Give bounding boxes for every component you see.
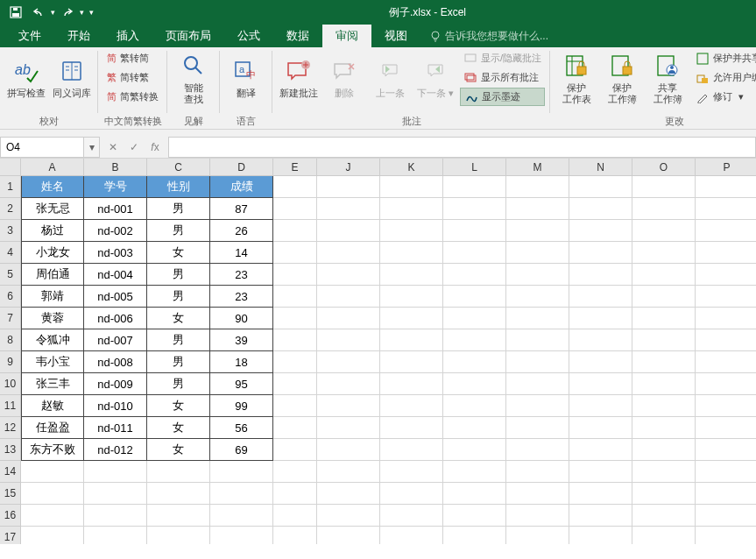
cell[interactable] bbox=[569, 395, 632, 417]
cell[interactable] bbox=[380, 198, 443, 220]
cell[interactable]: nd-003 bbox=[84, 242, 147, 264]
cell[interactable] bbox=[443, 220, 506, 242]
cell[interactable] bbox=[147, 461, 210, 483]
tab-view[interactable]: 视图 bbox=[371, 25, 420, 47]
cell[interactable] bbox=[147, 527, 210, 544]
cell[interactable] bbox=[21, 527, 84, 544]
cell[interactable]: 赵敏 bbox=[21, 395, 84, 417]
cell[interactable] bbox=[569, 373, 632, 395]
cell[interactable] bbox=[696, 527, 756, 544]
cell[interactable] bbox=[569, 505, 632, 527]
cell[interactable] bbox=[380, 417, 443, 439]
cell[interactable] bbox=[443, 527, 506, 544]
chevron-down-icon[interactable]: ▾ bbox=[80, 8, 84, 17]
cell[interactable] bbox=[443, 351, 506, 373]
cell[interactable] bbox=[380, 329, 443, 351]
cell[interactable] bbox=[506, 264, 569, 286]
cell[interactable] bbox=[443, 329, 506, 351]
cell[interactable] bbox=[380, 439, 443, 461]
cell[interactable]: 18 bbox=[210, 351, 273, 373]
cell[interactable] bbox=[273, 483, 317, 505]
simp-to-trad-button[interactable]: 繁简转繁 bbox=[103, 68, 162, 87]
cell[interactable] bbox=[506, 351, 569, 373]
cell[interactable] bbox=[569, 351, 632, 373]
cell[interactable] bbox=[632, 329, 696, 351]
cell[interactable] bbox=[506, 505, 569, 527]
cell[interactable] bbox=[317, 286, 380, 308]
cell[interactable] bbox=[569, 439, 632, 461]
cell[interactable] bbox=[696, 505, 756, 527]
cell[interactable] bbox=[632, 527, 696, 544]
cell[interactable] bbox=[443, 176, 506, 198]
column-header[interactable]: A bbox=[21, 159, 84, 176]
row-header[interactable]: 3 bbox=[0, 220, 21, 242]
track-changes-button[interactable]: 修订 ▾ bbox=[692, 88, 756, 106]
cell[interactable] bbox=[443, 439, 506, 461]
cell[interactable] bbox=[273, 373, 317, 395]
cell[interactable] bbox=[273, 351, 317, 373]
cell[interactable]: nd-004 bbox=[84, 264, 147, 286]
cell[interactable]: 学号 bbox=[84, 176, 147, 198]
cell[interactable] bbox=[380, 286, 443, 308]
cell[interactable]: 23 bbox=[210, 264, 273, 286]
simp-trad-convert-button[interactable]: 简简繁转换 bbox=[103, 88, 162, 106]
cell[interactable] bbox=[380, 264, 443, 286]
redo-button[interactable] bbox=[57, 3, 78, 22]
cell[interactable]: 女 bbox=[147, 439, 210, 461]
cell[interactable]: 男 bbox=[147, 329, 210, 351]
cell[interactable] bbox=[443, 483, 506, 505]
cell[interactable] bbox=[506, 373, 569, 395]
cell[interactable]: 周伯通 bbox=[21, 264, 84, 286]
protect-workbook-button[interactable]: 保护 工作簿 bbox=[601, 49, 643, 107]
cell[interactable] bbox=[317, 461, 380, 483]
row-header[interactable]: 12 bbox=[0, 417, 21, 439]
cell[interactable] bbox=[273, 308, 317, 329]
cell[interactable] bbox=[443, 198, 506, 220]
column-header[interactable]: J bbox=[317, 159, 380, 176]
spellcheck-button[interactable]: ab 拼写检查 bbox=[5, 49, 47, 107]
cell[interactable] bbox=[317, 527, 380, 544]
cell[interactable]: 郭靖 bbox=[21, 286, 84, 308]
cell[interactable]: 39 bbox=[210, 329, 273, 351]
cell[interactable] bbox=[380, 505, 443, 527]
cell[interactable] bbox=[632, 505, 696, 527]
cell[interactable]: 任盈盈 bbox=[21, 417, 84, 439]
cell[interactable] bbox=[443, 264, 506, 286]
cell[interactable] bbox=[317, 198, 380, 220]
cell[interactable] bbox=[443, 242, 506, 264]
cell[interactable]: 黄蓉 bbox=[21, 308, 84, 329]
cell[interactable] bbox=[569, 176, 632, 198]
cell[interactable] bbox=[632, 439, 696, 461]
cell[interactable] bbox=[84, 461, 147, 483]
cell[interactable] bbox=[696, 198, 756, 220]
cell[interactable] bbox=[273, 198, 317, 220]
cell[interactable]: 男 bbox=[147, 198, 210, 220]
cell[interactable] bbox=[273, 176, 317, 198]
cell[interactable] bbox=[21, 505, 84, 527]
cell[interactable]: 女 bbox=[147, 242, 210, 264]
show-hide-comment-button[interactable]: 显示/隐藏批注 bbox=[460, 49, 545, 67]
row-header[interactable]: 16 bbox=[0, 505, 21, 527]
cell[interactable] bbox=[569, 264, 632, 286]
tab-formulas[interactable]: 公式 bbox=[224, 25, 273, 47]
cell[interactable] bbox=[632, 264, 696, 286]
cell[interactable] bbox=[632, 483, 696, 505]
cell[interactable] bbox=[506, 329, 569, 351]
cell[interactable] bbox=[273, 329, 317, 351]
cell[interactable]: 东方不败 bbox=[21, 439, 84, 461]
tab-file[interactable]: 文件 bbox=[5, 25, 54, 47]
cell[interactable]: 张无忌 bbox=[21, 198, 84, 220]
cell[interactable] bbox=[569, 198, 632, 220]
tab-layout[interactable]: 页面布局 bbox=[152, 25, 224, 47]
cell[interactable] bbox=[380, 483, 443, 505]
cell[interactable] bbox=[696, 220, 756, 242]
cell[interactable]: nd-006 bbox=[84, 308, 147, 329]
cell[interactable] bbox=[147, 483, 210, 505]
cell[interactable]: nd-007 bbox=[84, 329, 147, 351]
tab-home[interactable]: 开始 bbox=[54, 25, 103, 47]
cell[interactable] bbox=[632, 373, 696, 395]
cell[interactable] bbox=[632, 308, 696, 329]
row-header[interactable]: 8 bbox=[0, 329, 21, 351]
cell[interactable] bbox=[443, 417, 506, 439]
name-box-dropdown[interactable]: ▾ bbox=[84, 137, 100, 158]
